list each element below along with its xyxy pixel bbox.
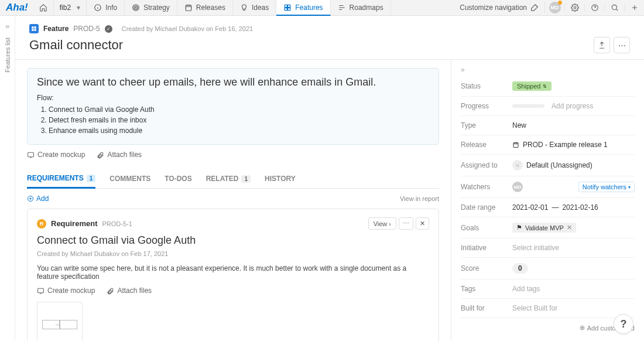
sort-icon: ⇅	[543, 84, 547, 89]
description-box[interactable]: Since we want to cheer up emails, here w…	[27, 68, 439, 145]
svg-rect-5	[285, 5, 287, 7]
svg-point-9	[574, 6, 576, 9]
create-mockup-link[interactable]: Create mockup	[27, 151, 85, 159]
remove-goal-icon[interactable]: ✕	[567, 224, 572, 231]
req-create-mockup-link[interactable]: Create mockup	[37, 287, 95, 295]
nav-tab-features[interactable]: Features	[276, 0, 330, 16]
tab-todos[interactable]: TO-DOS	[165, 169, 191, 188]
brand-logo[interactable]: Aha!	[0, 0, 34, 15]
top-nav: Aha! fib2 ▾ Info Strategy Releases Ideas…	[0, 0, 644, 16]
score-label: Score	[461, 264, 506, 272]
score-value[interactable]: 0	[512, 263, 528, 274]
notify-watchers-button[interactable]: Notify watchers▾	[578, 182, 635, 192]
detail-tabs: REQUIREMENTS1 COMMENTS TO-DOS RELATED1 H…	[27, 169, 439, 189]
watchers-label: Watchers	[461, 183, 506, 191]
initiative-field[interactable]: Select initiative	[512, 244, 635, 252]
feature-title[interactable]: Gmail connector	[29, 37, 594, 53]
tab-related[interactable]: RELATED1	[206, 169, 251, 188]
progress-label: Progress	[461, 102, 506, 110]
assigned-value[interactable]: NDefault (Unassigned)	[512, 160, 635, 170]
svg-rect-6	[288, 5, 290, 7]
mockup-thumbnail[interactable]	[37, 302, 83, 341]
tab-history[interactable]: HISTORY	[265, 169, 296, 188]
svg-point-3	[136, 7, 136, 8]
tags-field[interactable]: Add tags	[512, 285, 635, 293]
assigned-label: Assigned to	[461, 161, 506, 169]
customize-navigation[interactable]: Customize navigation	[454, 4, 544, 12]
chevron-down-icon: ▾	[77, 4, 80, 12]
svg-rect-19	[513, 143, 518, 148]
release-value[interactable]: PROD - Example release 1	[512, 141, 635, 149]
requirement-more-button[interactable]: ⋯	[399, 217, 413, 230]
record-id: PROD-5	[73, 25, 100, 33]
requirement-id: PROD-5-1	[102, 220, 132, 227]
builtfor-label: Built for	[461, 304, 506, 312]
created-by: Created by Michael Dubakov on Feb 16, 20…	[122, 25, 253, 32]
share-button[interactable]	[594, 37, 610, 53]
builtfor-field[interactable]: Select Built for	[512, 304, 635, 312]
add-icon[interactable]	[624, 4, 644, 12]
attach-files-link[interactable]: Attach files	[97, 151, 142, 159]
feature-type-icon	[29, 24, 39, 33]
more-actions-button[interactable]: ⋯	[614, 37, 630, 53]
nav-tab-strategy[interactable]: Strategy	[125, 0, 177, 15]
search-icon[interactable]	[604, 4, 624, 12]
description-text: Since we want to cheer up emails, here w…	[37, 76, 429, 89]
workspace-name: fib2	[60, 4, 71, 12]
view-in-report-link[interactable]: View in report	[400, 195, 439, 202]
add-custom-field-link[interactable]: ⊕Add custom field	[461, 324, 635, 332]
progress-bar-icon	[512, 104, 544, 108]
features-rail: » Features list	[0, 16, 15, 341]
requirement-close-button[interactable]: ✕	[416, 217, 429, 230]
progress-field[interactable]: Add progress	[512, 102, 635, 110]
requirement-created: Created by Michael Dubakov on Feb 17, 20…	[37, 250, 429, 257]
user-avatar[interactable]: MD	[544, 2, 564, 13]
notification-dot	[558, 1, 562, 5]
chevron-down-icon: ▾	[628, 185, 631, 190]
expand-rail-icon[interactable]: »	[5, 22, 9, 30]
req-attach-files-link[interactable]: Attach files	[107, 287, 152, 295]
daterange-value[interactable]: 2021-02-01 — 2021-02-16	[512, 203, 635, 212]
requirement-title[interactable]: Connect to Gmail via Google Auth	[37, 234, 429, 247]
svg-rect-15	[34, 29, 36, 30]
home-icon[interactable]	[34, 0, 54, 15]
flow-label: Flow:	[37, 94, 429, 102]
add-requirement-link[interactable]: Add	[27, 195, 49, 203]
release-label: Release	[461, 141, 506, 149]
assignee-avatar-icon: N	[512, 160, 523, 170]
nav-tab-roadmaps[interactable]: Roadmaps	[331, 0, 391, 15]
type-value[interactable]: New	[512, 121, 635, 129]
svg-rect-16	[28, 152, 34, 157]
svg-rect-12	[32, 26, 33, 28]
svg-rect-18	[38, 288, 44, 293]
svg-rect-8	[288, 8, 290, 10]
daterange-label: Date range	[461, 203, 506, 212]
rail-label: Features list	[4, 37, 11, 73]
watcher-avatar[interactable]: MD	[512, 182, 523, 192]
svg-rect-7	[285, 8, 287, 10]
record-type: Feature	[43, 25, 68, 33]
settings-icon[interactable]	[564, 4, 584, 12]
status-check-icon: ✓	[105, 25, 112, 33]
goals-label: Goals	[461, 224, 506, 232]
requirement-body: You can write some spec here, but it is …	[37, 264, 429, 281]
workspace-selector[interactable]: fib2 ▾	[54, 0, 87, 15]
requirement-badge-icon: R	[37, 219, 46, 229]
calendar-icon	[512, 141, 519, 148]
flow-step: Detect fresh emails in the inbox	[49, 115, 429, 125]
nav-tab-info[interactable]: Info	[87, 0, 125, 15]
flow-step: Enhance emails using module	[49, 125, 429, 136]
help-icon[interactable]	[584, 4, 604, 12]
goal-chip[interactable]: ⚑Validate MVP✕	[512, 223, 576, 233]
nav-tab-ideas[interactable]: Ideas	[233, 0, 276, 15]
flag-icon: ⚑	[516, 224, 522, 231]
status-label: Status	[461, 82, 506, 90]
status-value-pill[interactable]: Shipped⇅	[512, 81, 551, 91]
help-fab[interactable]: ?	[614, 314, 633, 334]
initiative-label: Initiative	[461, 244, 506, 252]
view-requirement-button[interactable]: View›	[368, 217, 396, 230]
tab-requirements[interactable]: REQUIREMENTS1	[27, 169, 95, 189]
expand-sidebar-icon[interactable]: »	[461, 66, 635, 74]
tab-comments[interactable]: COMMENTS	[109, 169, 150, 188]
nav-tab-releases[interactable]: Releases	[177, 0, 233, 15]
